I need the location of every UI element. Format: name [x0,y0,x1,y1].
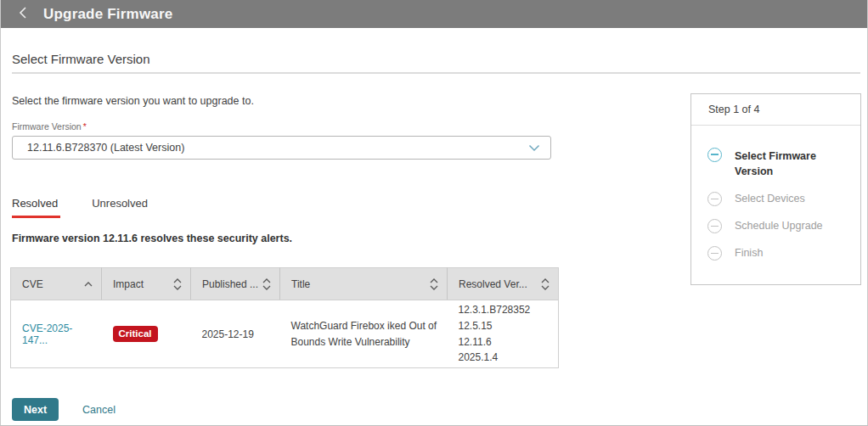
upgrade-firmware-screen: Upgrade Firmware Select Firmware Version… [0,0,868,426]
sort-icon[interactable] [262,278,271,290]
col-header-resolved-version-label: Resolved Ver... [459,278,527,290]
table-header-row: CVE Impact [11,268,559,300]
col-header-resolved-version[interactable]: Resolved Ver... [448,268,559,300]
next-button[interactable]: Next [12,398,59,421]
step-item-schedule-upgrade: Schedule Upgrade [707,219,860,233]
chevron-left-icon [18,6,27,23]
step-label: Schedule Upgrade [735,219,823,232]
col-header-published-label: Published ... [202,278,258,290]
firmware-version-value: 12.11.6.B728370 (Latest Version) [27,142,528,154]
section-title: Select Firmware Version [12,52,867,66]
col-header-title[interactable]: Title [280,268,448,300]
page-title: Upgrade Firmware [43,6,172,23]
step-circle-dash-icon [707,219,722,233]
cve-link[interactable]: CVE-2025-147... [22,322,72,346]
col-header-cve[interactable]: CVE [11,268,102,300]
firmware-version-select[interactable]: 12.11.6.B728370 (Latest Version) [12,136,551,160]
impact-critical-badge: Critical [113,326,158,342]
step-label: Finish [735,246,763,259]
step-circle-dash-icon [707,192,722,206]
table-row: CVE-2025-147... Critical 2025-12-19 Watc… [11,300,559,368]
published-cell: 2025-12-19 [191,300,280,368]
step-label: Select Devices [735,192,805,205]
step-item-select-devices: Select Devices [707,192,860,206]
resolved-version-line: 12.3.1.B728352 [459,302,550,318]
col-header-cve-label: CVE [22,278,43,290]
chevron-down-icon [528,140,540,155]
step-item-finish: Finish [707,246,860,261]
tab-resolved[interactable]: Resolved [12,197,60,218]
wizard-step-counter: Step 1 of 4 [691,94,860,126]
section-divider [12,72,860,74]
cve-table: CVE Impact [10,267,559,368]
back-button[interactable] [11,3,33,25]
col-header-impact[interactable]: Impact [102,268,191,300]
step-item-select-firmware-version: Select Firmware Version [707,148,860,179]
col-header-title-label: Title [291,278,310,290]
footer-actions: Next Cancel [12,398,867,421]
resolved-version-line: 12.5.15 [459,318,550,334]
sort-icon[interactable] [541,278,550,290]
resolved-version-line: 2025.1.4 [459,350,550,366]
sort-icon[interactable] [430,278,438,290]
required-asterisk: * [83,121,87,132]
sort-icon[interactable] [173,278,182,290]
step-label: Select Firmware Version [735,148,830,179]
app-header: Upgrade Firmware [1,0,867,28]
wizard-panel: Step 1 of 4 Select Firmware Version Sele… [690,93,861,285]
resolved-version-line: 12.11.6 [459,334,550,350]
col-header-impact-label: Impact [113,278,144,290]
wizard-step-list: Select Firmware Version Select Devices S… [691,126,860,261]
impact-cell: Critical [102,300,191,368]
tab-unresolved[interactable]: Unresolved [92,197,148,218]
firmware-version-label-text: Firmware Version [12,121,82,132]
step-circle-dash-icon [707,148,722,162]
cancel-link[interactable]: Cancel [82,404,116,416]
col-header-published[interactable]: Published ... [191,268,280,300]
cve-cell: CVE-2025-147... [11,300,102,368]
resolved-versions-cell: 12.3.1.B728352 12.5.15 12.11.6 2025.1.4 [448,300,559,368]
title-cell: WatchGuard Firebox iked Out of Bounds Wr… [280,300,448,368]
step-circle-dash-icon [707,246,722,261]
sort-ascending-icon[interactable] [84,282,93,287]
